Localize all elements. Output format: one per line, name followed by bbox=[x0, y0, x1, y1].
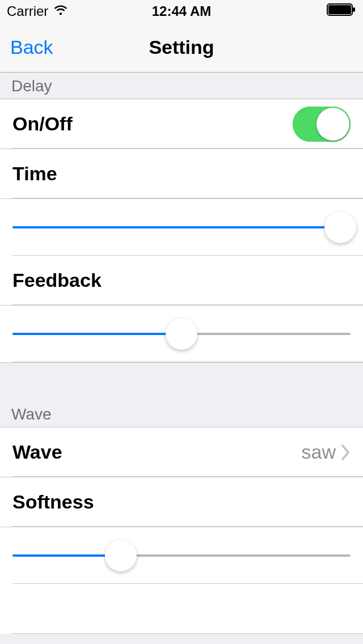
wave-value: saw bbox=[302, 441, 336, 463]
section-delay: On/Off Time Feedback bbox=[0, 99, 363, 363]
feedback-slider[interactable] bbox=[12, 318, 351, 350]
row-feedback-slider bbox=[0, 306, 363, 363]
content: Delay On/Off Time Feedback bbox=[0, 73, 363, 634]
screen: Carrier 12:44 AM Back Setting Delay bbox=[0, 0, 363, 644]
chevron-right-icon bbox=[341, 444, 351, 460]
row-time-label: Time bbox=[0, 149, 363, 199]
status-left: Carrier bbox=[7, 3, 69, 19]
back-button[interactable]: Back bbox=[10, 36, 53, 58]
svg-rect-2 bbox=[353, 7, 355, 12]
onoff-switch[interactable] bbox=[293, 107, 351, 142]
battery-icon bbox=[327, 3, 356, 19]
section-wave: Wave saw Softness bbox=[0, 427, 363, 634]
section-header-delay: Delay bbox=[0, 73, 363, 99]
carrier-label: Carrier bbox=[7, 3, 48, 19]
row-softness-label: Softness bbox=[0, 477, 363, 527]
row-feedback-label: Feedback bbox=[0, 256, 363, 306]
softness-slider[interactable] bbox=[12, 540, 351, 571]
row-onoff: On/Off bbox=[0, 99, 363, 149]
page-title: Setting bbox=[149, 36, 214, 58]
time-slider[interactable] bbox=[12, 211, 351, 243]
onoff-label: On/Off bbox=[12, 113, 293, 135]
row-time-slider bbox=[0, 199, 363, 256]
empty-row bbox=[0, 584, 363, 634]
svg-rect-1 bbox=[328, 5, 351, 14]
row-softness-slider bbox=[0, 527, 363, 584]
status-right bbox=[327, 3, 356, 19]
row-wave[interactable]: Wave saw bbox=[0, 427, 363, 477]
section-header-wave: Wave bbox=[0, 363, 363, 427]
wave-label: Wave bbox=[12, 441, 302, 463]
time-label: Time bbox=[12, 163, 351, 185]
wifi-icon bbox=[53, 3, 69, 19]
nav-bar: Back Setting bbox=[0, 23, 363, 73]
feedback-label: Feedback bbox=[12, 269, 351, 291]
softness-label: Softness bbox=[12, 491, 351, 513]
status-bar: Carrier 12:44 AM bbox=[0, 0, 363, 23]
